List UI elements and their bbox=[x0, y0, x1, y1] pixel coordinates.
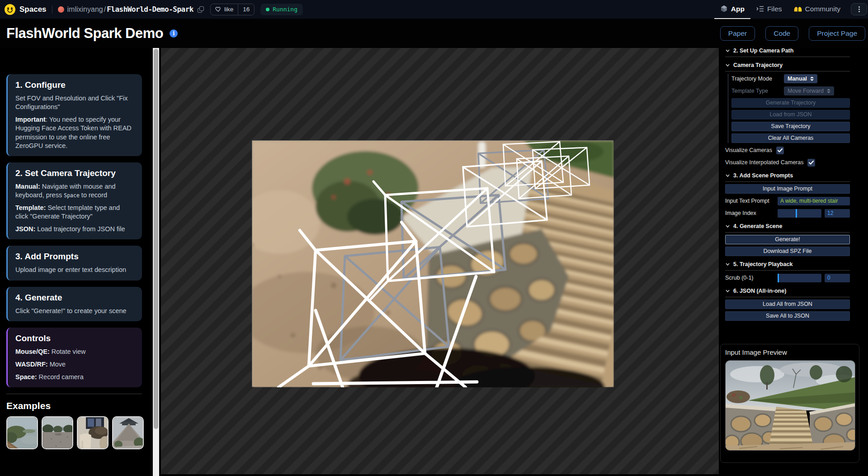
copy-icon[interactable] bbox=[198, 6, 204, 13]
controls-wasd: WASD/RF: Move bbox=[15, 360, 134, 369]
trajectory-mode-row: Trajectory Mode Manual bbox=[731, 74, 850, 84]
sidebar-divider bbox=[6, 394, 142, 394]
input-text-prompt-label: Input Text Prompt bbox=[725, 198, 778, 204]
like-count[interactable]: 16 bbox=[238, 4, 254, 15]
example-thumb-lakeside[interactable] bbox=[6, 416, 38, 449]
image-index-value[interactable]: 12 bbox=[825, 209, 850, 218]
updown-arrows-icon bbox=[810, 76, 814, 81]
camera-trajectory-children: Trajectory Mode Manual Template Type Mov… bbox=[728, 74, 850, 143]
card-configure-important: Important: You need to specify your Hugg… bbox=[15, 115, 134, 150]
visualize-cameras-label: Visualize Cameras bbox=[725, 147, 772, 153]
status-badge[interactable]: Running bbox=[260, 4, 303, 15]
image-index-row: Image Index 12 bbox=[725, 208, 850, 218]
info-icon[interactable]: i bbox=[170, 29, 178, 38]
control-panel: 2. Set Up Camera Path Camera Trajectory … bbox=[725, 48, 850, 323]
tab-files-label: Files bbox=[767, 5, 782, 13]
trajectory-mode-label: Trajectory Mode bbox=[731, 76, 784, 82]
section-generate-scene[interactable]: 4. Generate Scene bbox=[725, 220, 850, 233]
input-text-prompt-field[interactable]: A wide, multi-tiered stair bbox=[778, 197, 850, 205]
scrub-row: Scrub (0-1) 0 bbox=[725, 273, 850, 283]
input-text-prompt-row: Input Text Prompt A wide, multi-tiered s… bbox=[725, 196, 850, 206]
status-label: Running bbox=[273, 6, 297, 13]
card-trajectory-json: JSON: Load trajectory from JSON file bbox=[15, 225, 134, 233]
template-type-select[interactable]: Move Forward bbox=[784, 86, 834, 95]
controls-space: Space: Record camera bbox=[15, 373, 134, 381]
like-button[interactable]: like 16 bbox=[210, 4, 255, 15]
owner-name[interactable]: imlixinyang bbox=[67, 5, 103, 14]
template-type-label: Template Type bbox=[731, 88, 784, 94]
overflow-menu-button[interactable] bbox=[851, 3, 867, 15]
controls-mouse: Mouse/QE: Rotate view bbox=[15, 347, 134, 356]
viewport-3d[interactable] bbox=[161, 48, 719, 474]
download-spz-button[interactable]: Download SPZ File bbox=[725, 247, 850, 256]
clear-all-cameras-button[interactable]: Clear All Cameras bbox=[731, 133, 850, 143]
save-trajectory-button[interactable]: Save Trajectory bbox=[731, 122, 850, 131]
input-image-prompt-button[interactable]: Input Image Prompt bbox=[725, 184, 850, 194]
tab-app[interactable]: App bbox=[714, 0, 750, 19]
visualize-cameras-row: Visualize Cameras bbox=[725, 145, 850, 155]
section-json-all-in-one[interactable]: 6. JSON (All-in-one) bbox=[725, 285, 850, 297]
example-thumb-park-plaza[interactable] bbox=[42, 416, 73, 449]
running-dot-icon bbox=[266, 8, 269, 11]
section-add-scene-prompts[interactable]: 3. Add Scene Prompts bbox=[725, 170, 850, 182]
generate-button[interactable]: Generate! bbox=[725, 235, 850, 244]
visualize-cameras-checkbox[interactable] bbox=[776, 147, 784, 154]
card-generate: 4. Generate Click "Generate!" to create … bbox=[6, 287, 142, 321]
repo-name[interactable]: FlashWorld-Demo-Spark bbox=[107, 5, 193, 14]
visualize-interpolated-label: Visualize Interpolated Cameras bbox=[725, 159, 803, 166]
right-column: 2. Set Up Camera Path Camera Trajectory … bbox=[719, 48, 868, 476]
template-type-row: Template Type Move Forward bbox=[731, 86, 850, 96]
sidebar-scrollbar-thumb[interactable] bbox=[154, 49, 158, 429]
file-tree-icon bbox=[756, 5, 764, 12]
chevron-down-icon bbox=[726, 263, 730, 266]
scrub-value[interactable]: 0 bbox=[825, 274, 850, 282]
image-index-slider[interactable] bbox=[778, 209, 821, 218]
main: 1. Configure Set FOV and Resolution and … bbox=[0, 48, 868, 476]
example-thumb-pagoda-tower[interactable] bbox=[112, 416, 144, 449]
header: FlashWorld Spark Demo i Paper Code Proje… bbox=[0, 19, 868, 48]
header-buttons: Paper Code Project Page bbox=[720, 26, 865, 41]
scrub-label: Scrub (0-1) bbox=[725, 275, 778, 281]
section-camera-trajectory[interactable]: Camera Trajectory bbox=[725, 59, 850, 71]
input-image-preview-card: Input Image Preview bbox=[720, 344, 859, 463]
project-page-button[interactable]: Project Page bbox=[809, 26, 865, 41]
tab-files[interactable]: Files bbox=[750, 0, 788, 19]
card-generate-title: 4. Generate bbox=[15, 293, 134, 303]
tab-community[interactable]: Community bbox=[788, 0, 846, 19]
spaces-brand[interactable]: Spaces bbox=[19, 5, 47, 14]
card-controls: Controls Mouse/QE: Rotate view WASD/RF: … bbox=[6, 328, 142, 387]
save-all-json-button[interactable]: Save All to JSON bbox=[725, 311, 850, 321]
example-thumbnails bbox=[6, 416, 142, 449]
paper-button[interactable]: Paper bbox=[720, 26, 755, 41]
card-trajectory: 2. Set Camera Trajectory Manual: Navigat… bbox=[6, 162, 142, 240]
image-index-label: Image Index bbox=[725, 210, 778, 216]
section-trajectory-playback[interactable]: 5. Trajectory Playback bbox=[725, 258, 850, 271]
updown-arrows-icon bbox=[827, 89, 830, 93]
page-title: FlashWorld Spark Demo bbox=[6, 25, 163, 42]
card-trajectory-template: Template: Select template type and click… bbox=[15, 204, 134, 221]
load-all-json-button[interactable]: Load All from JSON bbox=[725, 300, 850, 309]
card-generate-line1: Click "Generate!" to create your scene bbox=[15, 307, 134, 315]
topbar: Spaces imlixinyang / FlashWorld-Demo-Spa… bbox=[0, 0, 868, 19]
huggingface-logo-icon[interactable] bbox=[5, 4, 15, 15]
generate-trajectory-button[interactable]: Generate Trajectory bbox=[731, 98, 850, 108]
visualize-interpolated-checkbox[interactable] bbox=[807, 159, 815, 167]
heart-icon bbox=[215, 6, 222, 12]
owner-avatar[interactable] bbox=[58, 6, 64, 13]
tab-app-label: App bbox=[731, 5, 745, 13]
examples-title: Examples bbox=[6, 400, 142, 411]
load-from-json-button[interactable]: Load from JSON bbox=[731, 110, 850, 119]
path-separator: / bbox=[104, 5, 106, 14]
sidebar-scrollbar-track[interactable] bbox=[153, 48, 159, 476]
section-camera-path[interactable]: 2. Set Up Camera Path bbox=[725, 45, 850, 57]
example-thumb-living-room[interactable] bbox=[77, 416, 108, 449]
chevron-down-icon bbox=[726, 225, 730, 228]
scrub-slider[interactable] bbox=[778, 274, 821, 282]
card-trajectory-title: 2. Set Camera Trajectory bbox=[15, 168, 134, 178]
topbar-divider bbox=[52, 5, 52, 14]
code-button[interactable]: Code bbox=[765, 26, 798, 41]
scene-render[interactable] bbox=[252, 140, 613, 387]
trajectory-mode-select[interactable]: Manual bbox=[784, 74, 817, 83]
kebab-menu-icon bbox=[859, 6, 860, 12]
like-label: like bbox=[224, 6, 233, 13]
